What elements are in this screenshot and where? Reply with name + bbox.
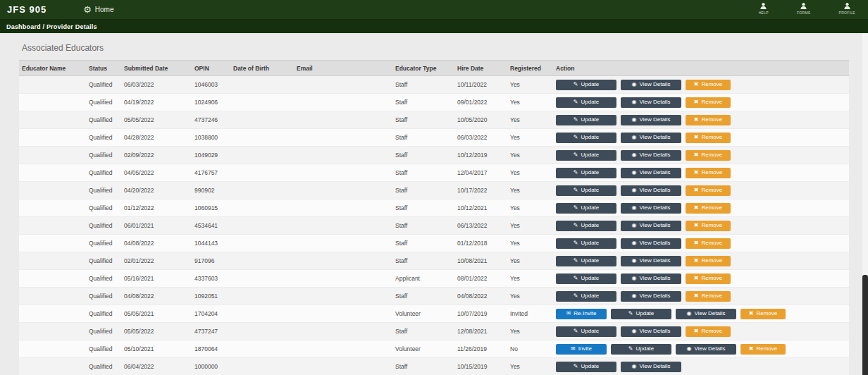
- remove-button[interactable]: ✖Remove: [686, 326, 731, 337]
- update-button[interactable]: ✎Update: [556, 168, 616, 178]
- cell-submitted: 06/01/2021: [121, 217, 192, 235]
- update-button[interactable]: ✎Update: [556, 97, 616, 108]
- button-label: View Details: [640, 223, 671, 228]
- button-label: View Details: [640, 293, 671, 299]
- vertical-scrollbar-thumb[interactable]: [862, 275, 868, 375]
- remove-button[interactable]: ✖Remove: [740, 344, 786, 355]
- top-icon-help[interactable]: Help: [759, 2, 769, 15]
- column-header: Submitted Date: [121, 61, 192, 76]
- view-button[interactable]: ◉View Details: [621, 150, 681, 161]
- cell-status: Qualified: [86, 76, 121, 94]
- cell-status: Qualified: [86, 252, 121, 270]
- cell-actions: ✉Invite✎Update◉View Details✖Remove: [553, 340, 849, 358]
- view-button[interactable]: ◉View Details: [676, 309, 736, 319]
- remove-button[interactable]: ✖Remove: [686, 221, 731, 231]
- cell-type: Staff: [392, 111, 454, 129]
- cell-actions: ✎Update◉View Details✖Remove: [553, 129, 849, 147]
- table-row: Qualified02/09/20221049029Staff10/12/201…: [19, 147, 849, 164]
- breadcrumb[interactable]: Dashboard / Provider Details: [6, 23, 97, 30]
- update-button[interactable]: ✎Update: [556, 362, 616, 372]
- view-button[interactable]: ◉View Details: [621, 80, 681, 90]
- remove-button[interactable]: ✖Remove: [740, 309, 786, 319]
- update-button[interactable]: ✎Update: [611, 344, 671, 355]
- update-button[interactable]: ✎Update: [556, 238, 616, 249]
- update-button[interactable]: ✎Update: [556, 221, 616, 231]
- vertical-scrollbar-track[interactable]: [862, 33, 868, 375]
- update-button[interactable]: ✎Update: [556, 291, 616, 302]
- remove-button[interactable]: ✖Remove: [686, 168, 731, 178]
- cell-dob: [230, 182, 294, 199]
- update-button[interactable]: ✎Update: [611, 309, 671, 319]
- cell-hire: 12/08/2021: [454, 323, 507, 340]
- view-button[interactable]: ◉View Details: [621, 185, 681, 196]
- table-row: Qualified04/08/20221044143Staff01/12/201…: [19, 235, 849, 252]
- cell-submitted: 04/08/2022: [121, 288, 192, 305]
- cell-name: [19, 340, 86, 358]
- update-button[interactable]: ✎Update: [556, 326, 616, 337]
- view-button[interactable]: ◉View Details: [676, 344, 736, 355]
- cell-opin: 1092051: [192, 288, 230, 305]
- view-button[interactable]: ◉View Details: [621, 133, 681, 143]
- view-button[interactable]: ◉View Details: [621, 273, 681, 284]
- button-label: Remove: [701, 117, 722, 123]
- view-button[interactable]: ◉View Details: [621, 238, 681, 249]
- update-button[interactable]: ✎Update: [556, 80, 616, 90]
- pencil-icon: ✎: [574, 223, 578, 228]
- button-label: Invite: [578, 346, 592, 352]
- remove-button[interactable]: ✖Remove: [686, 273, 731, 284]
- remove-button[interactable]: ✖Remove: [686, 133, 731, 143]
- update-button[interactable]: ✎Update: [556, 115, 616, 125]
- remove-button[interactable]: ✖Remove: [686, 238, 731, 249]
- forms-icon: [800, 2, 807, 10]
- view-button[interactable]: ◉View Details: [621, 97, 681, 108]
- view-button[interactable]: ◉View Details: [621, 256, 681, 266]
- view-button[interactable]: ◉View Details: [621, 291, 681, 302]
- nav-item-home[interactable]: ⚙ Home: [83, 5, 113, 14]
- cell-submitted: 05/05/2022: [121, 323, 192, 340]
- update-button[interactable]: ✎Update: [556, 203, 616, 214]
- pencil-icon: ✎: [574, 135, 578, 140]
- remove-button[interactable]: ✖Remove: [686, 97, 731, 108]
- remove-button[interactable]: ✖Remove: [686, 115, 731, 125]
- eye-icon: ◉: [632, 223, 637, 228]
- update-button[interactable]: ✎Update: [556, 185, 616, 196]
- view-button[interactable]: ◉View Details: [621, 362, 681, 372]
- view-button[interactable]: ◉View Details: [621, 221, 681, 231]
- cell-hire: 01/12/2018: [454, 235, 507, 252]
- remove-button[interactable]: ✖Remove: [686, 80, 731, 90]
- view-button[interactable]: ◉View Details: [621, 115, 681, 125]
- button-label: Re-Invite: [574, 311, 596, 316]
- top-icon-forms[interactable]: Forms: [797, 2, 811, 15]
- update-button[interactable]: ✎Update: [556, 133, 616, 143]
- remove-button[interactable]: ✖Remove: [686, 185, 731, 196]
- reinvite-button[interactable]: ✉Re-Invite: [556, 309, 607, 319]
- table-header: Educator NameStatusSubmitted DateOPINDat…: [19, 61, 849, 76]
- cell-name: [19, 217, 86, 235]
- view-button[interactable]: ◉View Details: [621, 168, 681, 178]
- page-title: Associated Educators: [22, 43, 849, 53]
- cell-email: [294, 111, 392, 129]
- remove-button[interactable]: ✖Remove: [686, 256, 731, 266]
- cell-opin: 1046003: [192, 76, 230, 94]
- invite-button[interactable]: ✉Invite: [556, 344, 607, 355]
- cell-name: [19, 147, 86, 164]
- update-button[interactable]: ✎Update: [556, 150, 616, 161]
- button-label: Remove: [701, 205, 722, 211]
- app-logo[interactable]: JFS 905: [7, 4, 46, 15]
- update-button[interactable]: ✎Update: [556, 273, 616, 284]
- remove-button[interactable]: ✖Remove: [686, 150, 731, 161]
- cell-dob: [230, 305, 294, 323]
- button-label: Remove: [701, 170, 722, 176]
- top-icon-profile[interactable]: Profile: [839, 2, 856, 15]
- pencil-icon: ✎: [628, 311, 633, 316]
- button-label: View Details: [640, 152, 671, 158]
- cell-email: [294, 182, 392, 199]
- column-header: OPIN: [192, 61, 230, 76]
- remove-icon: ✖: [694, 170, 699, 176]
- remove-button[interactable]: ✖Remove: [686, 291, 731, 302]
- column-header: Hire Date: [454, 61, 507, 76]
- update-button[interactable]: ✎Update: [556, 256, 616, 266]
- remove-button[interactable]: ✖Remove: [686, 203, 731, 214]
- view-button[interactable]: ◉View Details: [621, 203, 681, 214]
- view-button[interactable]: ◉View Details: [621, 326, 681, 337]
